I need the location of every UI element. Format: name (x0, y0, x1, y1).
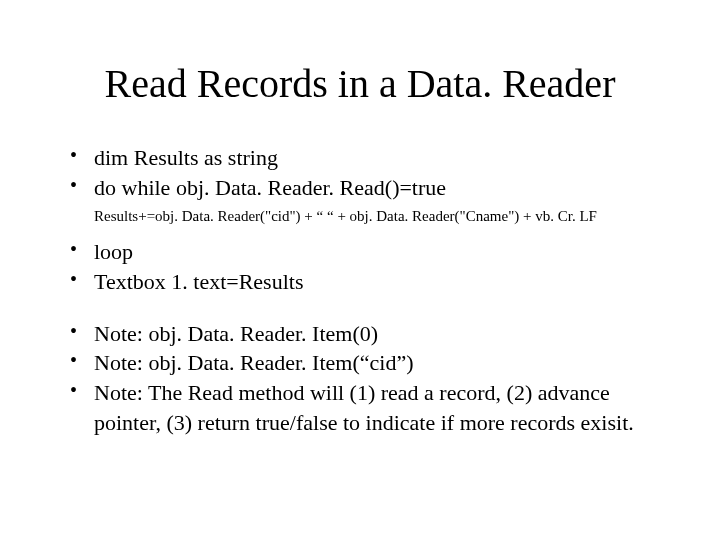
slide: Read Records in a Data. Reader dim Resul… (0, 0, 720, 540)
bullet-item: Note: obj. Data. Reader. Item(0) (70, 319, 660, 349)
bullet-item: dim Results as string (70, 143, 660, 173)
bullet-list-notes: Note: obj. Data. Reader. Item(0) Note: o… (70, 319, 660, 438)
bullet-item: do while obj. Data. Reader. Read()=true (70, 173, 660, 203)
bullet-list-top: dim Results as string do while obj. Data… (70, 143, 660, 202)
bullet-item: Textbox 1. text=Results (70, 267, 660, 297)
bullet-item: Note: The Read method will (1) read a re… (70, 378, 660, 437)
bullet-list-mid: loop Textbox 1. text=Results (70, 237, 660, 296)
spacer (60, 297, 660, 319)
slide-title: Read Records in a Data. Reader (60, 60, 660, 107)
code-line: Results+=obj. Data. Reader("cid") + “ “ … (94, 206, 660, 227)
bullet-item: loop (70, 237, 660, 267)
bullet-item: Note: obj. Data. Reader. Item(“cid”) (70, 348, 660, 378)
